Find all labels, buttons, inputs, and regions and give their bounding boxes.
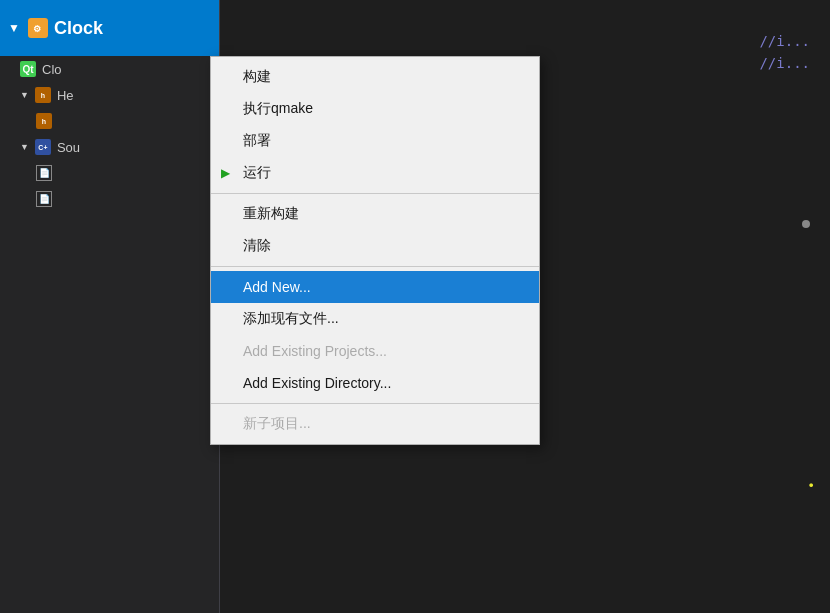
menu-item-build[interactable]: 构建 (211, 61, 539, 93)
tree-item-label: Sou (57, 140, 80, 155)
menu-separator-1 (211, 193, 539, 194)
tree-item-new-file2[interactable]: 📄 (0, 186, 219, 212)
project-tree-header[interactable]: ▼ ⚙ Clock (0, 0, 219, 56)
menu-item-add-existing-file-label: 添加现有文件... (243, 310, 339, 328)
editor-yellow-hint: • (807, 478, 815, 493)
folder-h-icon: h (35, 87, 51, 103)
menu-item-add-new-label: Add New... (243, 279, 311, 295)
menu-item-add-existing-dir-label: Add Existing Directory... (243, 375, 391, 391)
menu-item-qmake[interactable]: 执行qmake (211, 93, 539, 125)
h-file-icon: h (36, 113, 52, 129)
menu-item-add-existing-projects-label: Add Existing Projects... (243, 343, 387, 359)
menu-item-rebuild-label: 重新构建 (243, 205, 299, 223)
menu-item-new-subproject[interactable]: 新子项目... (211, 408, 539, 440)
tree-item-he-folder[interactable]: ▼ h He (0, 82, 219, 108)
menu-item-new-subproject-label: 新子项目... (243, 415, 311, 433)
menu-item-run-label: 运行 (243, 164, 271, 182)
menu-item-add-existing-dir[interactable]: Add Existing Directory... (211, 367, 539, 399)
tree-item-h-file[interactable]: h (0, 108, 219, 134)
menu-item-run[interactable]: ▶ 运行 (211, 157, 539, 189)
tree-item-clo[interactable]: Qt Clo (0, 56, 219, 82)
menu-item-deploy-label: 部署 (243, 132, 271, 150)
menu-separator-3 (211, 403, 539, 404)
menu-item-build-label: 构建 (243, 68, 271, 86)
menu-item-qmake-label: 执行qmake (243, 100, 313, 118)
menu-separator-2 (211, 266, 539, 267)
new-file-icon2: 📄 (36, 191, 52, 207)
tree-item-label: He (57, 88, 74, 103)
folder-cpp-icon: C+ (35, 139, 51, 155)
folder-arrow: ▼ (20, 90, 29, 100)
new-file-icon1: 📄 (36, 165, 52, 181)
project-tree: ▼ ⚙ Clock Qt Clo ▼ h He h ▼ C+ Sou 📄 📄 (0, 0, 220, 613)
project-title: Clock (54, 18, 103, 39)
editor-dot (802, 220, 810, 228)
qt-icon: Qt (20, 61, 36, 77)
project-icon: ⚙ (28, 18, 48, 38)
folder-arrow2: ▼ (20, 142, 29, 152)
menu-item-rebuild[interactable]: 重新构建 (211, 198, 539, 230)
menu-item-clean-label: 清除 (243, 237, 271, 255)
menu-item-add-existing-file[interactable]: 添加现有文件... (211, 303, 539, 335)
menu-item-clean[interactable]: 清除 (211, 230, 539, 262)
tree-item-new-file1[interactable]: 📄 (0, 160, 219, 186)
tree-item-label: Clo (42, 62, 62, 77)
run-play-icon: ▶ (221, 166, 230, 180)
tree-collapse-arrow[interactable]: ▼ (8, 21, 20, 35)
svg-text:⚙: ⚙ (33, 24, 41, 34)
tree-item-sou-folder[interactable]: ▼ C+ Sou (0, 134, 219, 160)
menu-item-add-new[interactable]: Add New... (211, 271, 539, 303)
menu-item-add-existing-projects[interactable]: Add Existing Projects... (211, 335, 539, 367)
context-menu: 构建 执行qmake 部署 ▶ 运行 重新构建 清除 Add New... 添加… (210, 56, 540, 445)
editor-hint-1: //i... //i... (759, 30, 810, 74)
menu-item-deploy[interactable]: 部署 (211, 125, 539, 157)
